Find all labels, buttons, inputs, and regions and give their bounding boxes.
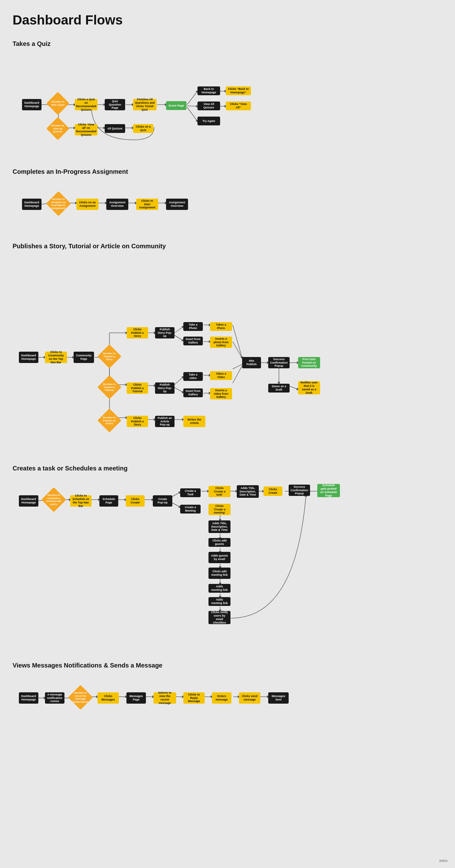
section-messages: Views Messages Notifications & Sends a M… [12, 662, 443, 721]
node-messages-sent: Messages Sent [268, 692, 289, 704]
node-view-all-quizzes: View All Quizzes [198, 101, 220, 110]
svg-line-32 [233, 366, 242, 383]
svg-line-25 [175, 327, 183, 333]
node-community-page: Community Page [73, 352, 94, 363]
node-publish-story-popup-1: Publish Story Pop-up [155, 327, 175, 338]
node-adds-meeting-link-1: Adds meeting link [209, 584, 231, 593]
node-all-quizzes: All Quizzes [105, 124, 125, 133]
svg-line-53 [172, 492, 180, 497]
node-create-task: Create a Task [180, 488, 201, 497]
node-success-confirm-t: Success Confirmation Popup [289, 485, 310, 496]
node-clicks-assignment: Clicks on an Assignment [77, 198, 98, 210]
node-decide-publish-story: Decides to Publish a Story [97, 344, 121, 368]
node-create-meeting: Create a Meeting [180, 505, 201, 514]
node-hits-publish: Hits Publish [242, 357, 261, 368]
section-quiz-title: Takes a Quiz [12, 40, 443, 48]
node-clicks-create-btn: Clicks Create [264, 487, 282, 496]
node-adds-guests-email: Adds guests by email [209, 552, 231, 563]
section-task-title: Creates a task or Schedules a meeting [12, 465, 443, 472]
svg-line-30 [233, 342, 242, 358]
node-clicks-view-all: Clicks "View All" [226, 101, 251, 110]
node-decide-schedule: Decides to schedule a meeting with peers [41, 487, 66, 512]
node-create-popup: Create Pop-Up [153, 495, 172, 506]
node-success-confirm: Success Confirmation Popup [268, 357, 290, 368]
section-quiz: Takes a Quiz Dashboard Homepag [12, 40, 443, 149]
node-schedule-posted: Schedule gets posted on Schedule Page [317, 484, 340, 497]
node-clicks-send: Clicks send message [239, 692, 260, 704]
node-dashboard-t: Dashboard Homepage [19, 495, 38, 506]
section-messages-title: Views Messages Notifications & Sends a M… [12, 662, 443, 669]
svg-line-5 [187, 91, 198, 105]
node-assignment-overview-2: Assignment Overview [166, 198, 188, 210]
node-adds-title-task: Adds Title, Description, Date & Time [237, 485, 259, 498]
node-clicks-publish-story-1: Clicks Publish a Story [127, 327, 148, 338]
node-quiz-question-page: Quiz Question Page [105, 99, 125, 110]
page-title: Dashboard Flows [12, 12, 443, 28]
node-post-community: Post Gets Posted on Community [298, 357, 320, 368]
node-publish-story-popup-2: Publish Story Pop-up [155, 382, 175, 394]
svg-line-7 [187, 107, 198, 121]
svg-line-54 [172, 503, 180, 507]
node-score-page: Score Page [166, 101, 186, 110]
node-clicks-reply: Clicks to Reply Message [183, 692, 205, 704]
svg-line-26 [175, 335, 183, 341]
node-back-to-homepage: Back to Homepage [198, 86, 220, 95]
node-clicks-schedule: Clicks to Schedule on the Top Nav Bar [70, 495, 91, 506]
node-clicks-create-task: Clicks 'Create a task' [209, 486, 231, 497]
node-clicks-quiz-recommended: Clicks a Quiz on Recommended Quizzes [75, 99, 97, 110]
node-dashboard-homepage-q: Dashboard Homepage [22, 99, 41, 110]
node-insert-gallery-1: Insert from Gallery [183, 337, 203, 345]
node-dashboard-homepage-a: Dashboard Homepage [22, 198, 41, 210]
node-decide-view-all: Decides to view all Quizzes [46, 117, 69, 140]
node-adds-title-meeting: Adds Title, Description, Date & Time [209, 520, 231, 533]
node-decide-assignment: Decides to complete an in-progress Assig… [46, 191, 71, 216]
node-takes-photo: Takes a Photo [210, 322, 232, 331]
svg-line-37 [175, 388, 183, 393]
section-story-title: Publishes a Story, Tutorial or Article o… [12, 243, 443, 250]
node-decide-publish-tutorial: Decides to Publish a Tutorial [97, 375, 121, 399]
node-clicks-add-meeting-link: Clicks add meeting link [209, 567, 231, 579]
node-clicks-notify-checkbox: Clicks notify users by email checkbox [209, 611, 231, 624]
node-take-photo: Take a Photo [183, 322, 203, 331]
node-try-again: Try Again [198, 117, 220, 125]
node-clicks-publish-article: Clicks Publish a Story [127, 416, 148, 427]
node-clicks-view-all-recommended: Clicks 'View all' on Recommended Quizzes [75, 124, 97, 135]
node-insert-gallery-2: Insert from Gallery [183, 389, 203, 397]
node-clicks-add-guests: Clicks add guests [209, 538, 231, 547]
node-messages-page: Messages Page [126, 692, 146, 704]
node-selects-recent-message: Selects to view the recent message [153, 692, 176, 704]
node-assignment-overview-1: Assignment Overview [106, 198, 128, 210]
node-schedule-page: Schedule Page [99, 495, 118, 506]
node-dashboard-m: Dashboard Homepage [19, 692, 38, 704]
node-takes-video: Takes a Video [210, 371, 232, 380]
node-enters-message: Enters message [212, 692, 232, 704]
svg-line-43 [290, 386, 298, 390]
node-clicks-start-assignment: Clicks to Start Assignment [136, 198, 158, 210]
node-inserts-photo-gallery: Inserts a photo from Gallery [210, 337, 232, 348]
node-clicks-community: Clicks to Community on the Top Nav-Bar [45, 352, 67, 363]
node-notifies-draft: Notifies user that it is saved as a Draf… [298, 381, 320, 394]
node-clicks-create: Clicks 'Create' [126, 495, 145, 506]
node-inserts-video-gallery: Inserts a video from Gallery [210, 388, 232, 399]
node-clicks-create-meeting: Clicks 'Create a meeting' [209, 504, 231, 515]
node-dashboard-s: Dashboard Homepage [19, 352, 38, 363]
node-finishes-questions: Finishes All Questions and clicks 'Finis… [133, 99, 157, 110]
node-clicks-messages: Clicks Messages [97, 692, 119, 704]
section-assignment-title: Completes an In-Progress Assignment [12, 168, 443, 175]
node-clicks-publish-tutorial: Clicks Publish a Tutorial [127, 382, 148, 394]
node-decide-check-messages: Decides to check the message Notificatio… [68, 685, 93, 710]
node-message-notification: A message notification comes [45, 692, 64, 704]
svg-line-36 [175, 377, 183, 385]
section-task: Creates a task or Schedules a meeting [12, 465, 443, 643]
svg-line-31 [233, 364, 242, 369]
svg-line-6 [187, 106, 198, 106]
section-story: Publishes a Story, Tutorial or Article o… [12, 243, 443, 446]
node-decide-quiz: Decides to take a Quiz [46, 92, 69, 115]
node-clicks-on-quiz: Clicks on a Quiz [133, 124, 153, 133]
section-assignment: Completes an In-Progress Assignment Dash… [12, 168, 443, 224]
node-take-video: Take a video [183, 372, 203, 381]
node-clicks-back-homepage: Clicks "Back to Homepage" [226, 86, 251, 95]
node-writes-article: Writes the Article [183, 416, 205, 427]
node-publish-article-popup: Publish an Article Pop-up [155, 416, 175, 427]
node-saves-draft: Saves as a Draft [268, 384, 290, 393]
